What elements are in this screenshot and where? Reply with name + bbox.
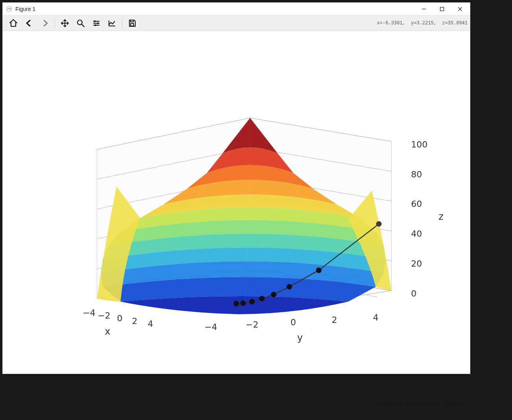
svg-rect-12 xyxy=(131,20,133,22)
z-axis-label: z xyxy=(438,211,444,222)
watermark: CSDN @专注算法的马里奥学长 xyxy=(378,400,466,409)
plot-canvas[interactable]: 0 20 40 60 80 100 z xyxy=(3,31,470,374)
svg-text:20: 20 xyxy=(411,259,422,269)
svg-point-46 xyxy=(316,267,322,273)
x-axis-ticks: −4 −2 0 2 4 xyxy=(83,308,153,329)
svg-rect-13 xyxy=(131,24,134,26)
svg-text:2: 2 xyxy=(132,316,137,326)
svg-point-48 xyxy=(271,292,276,297)
svg-text:80: 80 xyxy=(411,169,422,179)
svg-text:−4: −4 xyxy=(204,322,217,332)
svg-point-49 xyxy=(259,296,265,301)
coordinate-readout: x=-6.3301, y=3.2215, z=35.8941 xyxy=(377,20,468,26)
svg-text:100: 100 xyxy=(411,140,427,149)
save-button[interactable] xyxy=(125,17,140,30)
pan-button[interactable] xyxy=(57,17,72,30)
minimize-button[interactable] xyxy=(415,3,433,15)
svg-point-0 xyxy=(6,6,12,12)
toolbar-separator xyxy=(122,18,122,28)
titlebar: Figure 1 xyxy=(3,3,470,15)
svg-point-50 xyxy=(249,299,255,304)
svg-text:−2: −2 xyxy=(98,311,110,321)
svg-text:0: 0 xyxy=(291,317,296,327)
window-title: Figure 1 xyxy=(15,6,35,12)
svg-text:−2: −2 xyxy=(246,320,258,330)
svg-text:2: 2 xyxy=(332,315,337,325)
svg-point-51 xyxy=(240,300,246,306)
window-controls xyxy=(415,3,469,15)
svg-text:4: 4 xyxy=(147,319,153,329)
zoom-button[interactable] xyxy=(73,17,88,30)
x-axis-label: x xyxy=(105,326,111,337)
svg-point-45 xyxy=(376,221,381,227)
back-button[interactable] xyxy=(22,17,37,30)
z-axis-ticks: 0 20 40 60 80 100 xyxy=(411,140,427,298)
svg-point-47 xyxy=(287,284,292,289)
svg-point-11 xyxy=(95,24,96,26)
svg-text:−4: −4 xyxy=(83,308,95,318)
svg-point-2 xyxy=(9,9,10,9)
svg-text:40: 40 xyxy=(411,229,422,239)
y-axis-label: y xyxy=(297,332,303,343)
svg-text:0: 0 xyxy=(117,313,123,323)
svg-text:4: 4 xyxy=(373,313,378,322)
figure-window: Figure 1 xyxy=(2,2,470,374)
surface-plot-3d: 0 20 40 60 80 100 z xyxy=(3,31,470,374)
toolbar: x=-6.3301, y=3.2215, z=35.8941 xyxy=(3,15,470,31)
svg-line-8 xyxy=(82,24,84,27)
svg-text:0: 0 xyxy=(411,289,416,298)
toolbar-separator xyxy=(55,18,55,28)
maximize-button[interactable] xyxy=(433,3,451,15)
svg-rect-4 xyxy=(440,7,444,11)
forward-button[interactable] xyxy=(37,17,52,30)
close-button[interactable] xyxy=(451,3,469,15)
svg-point-1 xyxy=(7,8,8,9)
home-button[interactable] xyxy=(6,17,21,30)
app-icon xyxy=(5,5,13,13)
svg-point-52 xyxy=(234,301,239,306)
svg-point-9 xyxy=(94,20,96,22)
svg-text:60: 60 xyxy=(411,199,422,209)
edit-axes-button[interactable] xyxy=(105,17,120,30)
svg-point-10 xyxy=(97,22,99,24)
configure-subplots-button[interactable] xyxy=(89,17,104,30)
y-axis-ticks: −4 −2 0 2 4 xyxy=(204,313,378,332)
